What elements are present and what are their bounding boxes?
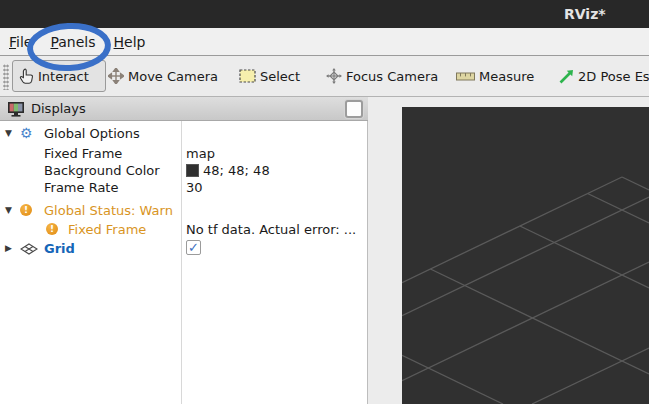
- tool-label: Select: [260, 69, 300, 84]
- tree-row-fixed-frame[interactable]: Fixed Frame map: [0, 145, 367, 162]
- grid-icon: [20, 243, 38, 255]
- background-color-value[interactable]: 48; 48; 48: [186, 162, 270, 179]
- tool-interact[interactable]: Interact: [12, 60, 106, 92]
- tool-measure[interactable]: Measure: [456, 56, 534, 96]
- displays-tree: ▼ ⚙ Global Options Fixed Frame map Backg…: [0, 121, 367, 404]
- hand-icon: [19, 68, 34, 84]
- color-swatch: [186, 164, 199, 177]
- chevron-right-icon[interactable]: ▶: [5, 240, 17, 257]
- warning-icon: [20, 204, 32, 216]
- grid-lines: [402, 107, 649, 404]
- menu-panels[interactable]: Panels: [41, 28, 104, 56]
- check-icon: ✓: [188, 239, 199, 256]
- chevron-down-icon[interactable]: ▼: [5, 125, 17, 142]
- grid-checkbox[interactable]: ✓: [186, 240, 201, 255]
- grid-enabled-value: ✓: [186, 240, 201, 255]
- tree-row-background-color[interactable]: Background Color 48; 48; 48: [0, 162, 367, 179]
- menu-file[interactable]: File: [0, 28, 41, 56]
- toolbar: Interact Move Camera Select: [0, 56, 649, 97]
- menu-help[interactable]: Help: [105, 28, 155, 56]
- tool-select[interactable]: Select: [239, 56, 300, 96]
- tf-error-value: No tf data. Actual error: ...: [186, 221, 356, 238]
- displays-panel-header[interactable]: Displays: [0, 97, 368, 121]
- move-icon: [108, 68, 124, 84]
- tool-label: 2D Pose Esti: [578, 69, 649, 84]
- tool-2d-pose-estimate[interactable]: 2D Pose Esti: [559, 56, 649, 96]
- monitor-icon: [7, 101, 25, 117]
- window-title: RViz*: [564, 6, 606, 22]
- select-icon: [239, 69, 256, 83]
- panel-float-button[interactable]: [345, 100, 363, 118]
- title-bar: RViz*: [0, 0, 649, 28]
- toolbar-drag-handle[interactable]: [3, 64, 9, 90]
- render-viewport[interactable]: [402, 107, 649, 404]
- tree-row-grid[interactable]: ▶ Grid ✓: [0, 240, 367, 257]
- warning-icon: [46, 223, 58, 235]
- tool-move-camera[interactable]: Move Camera: [108, 56, 218, 96]
- rviz-window: RViz* File Panels Help Interact: [0, 0, 649, 404]
- displays-panel: Displays ▼ ⚙ Global Options Fixed Frame …: [0, 97, 368, 404]
- measure-icon: [456, 72, 475, 81]
- tree-row-global-status[interactable]: ▼ Global Status: Warn: [0, 202, 367, 219]
- pose-arrow-icon: [559, 69, 574, 84]
- frame-rate-value[interactable]: 30: [186, 179, 203, 196]
- tool-label: Interact: [38, 69, 89, 84]
- chevron-down-icon[interactable]: ▼: [5, 202, 17, 219]
- tool-focus-camera[interactable]: Focus Camera: [326, 56, 438, 96]
- fixed-frame-value[interactable]: map: [186, 145, 215, 162]
- tree-row-fixed-frame-status[interactable]: Fixed Frame No tf data. Actual error: ..…: [0, 221, 367, 238]
- tree-row-frame-rate[interactable]: Frame Rate 30: [0, 179, 367, 196]
- displays-panel-title: Displays: [31, 101, 86, 116]
- tree-row-global-options[interactable]: ▼ ⚙ Global Options: [0, 125, 367, 142]
- tool-label: Measure: [479, 69, 534, 84]
- main-area: Displays ▼ ⚙ Global Options Fixed Frame …: [0, 97, 649, 404]
- menu-bar: File Panels Help: [0, 28, 649, 56]
- tool-label: Move Camera: [128, 69, 218, 84]
- tool-label: Focus Camera: [346, 69, 438, 84]
- gear-icon: ⚙: [20, 126, 33, 141]
- focus-icon: [326, 68, 342, 84]
